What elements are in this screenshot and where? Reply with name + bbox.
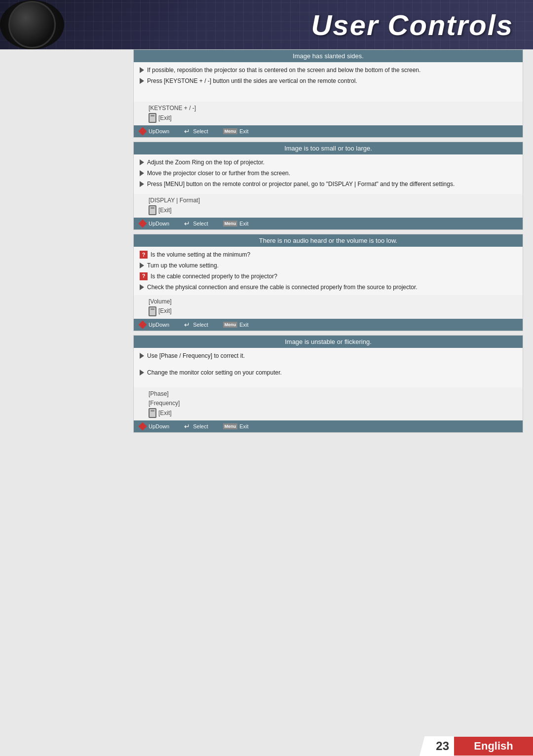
- list-item: If possible, reposition the projector so…: [140, 66, 517, 75]
- arrow-icon: [140, 170, 144, 176]
- section-size-header: Image is too small or too large.: [134, 142, 523, 154]
- menu-label: Menu: [223, 128, 238, 134]
- list-item: Move the projector closer to or further …: [140, 169, 517, 178]
- footer-select: ↵ Select: [184, 127, 208, 135]
- list-item: Use [Phase / Frequency] to correct it.: [140, 352, 517, 360]
- section-slanted-refs: [KEYSTONE + / -] [Exit]: [134, 102, 523, 125]
- section-audio: There is no audio heard or the volume is…: [133, 234, 523, 331]
- footer-updown: UpDown: [140, 128, 169, 134]
- page-title: User Controls: [311, 8, 513, 41]
- remote-icon: [149, 408, 156, 418]
- enter-icon: ↵: [184, 321, 190, 329]
- section-slanted-header: Image has slanted sides.: [134, 50, 523, 62]
- remote-icon: [149, 205, 156, 215]
- footer-exit: Menu Exit: [223, 221, 249, 227]
- section-unstable-footer: UpDown ↵ Select Menu Exit: [134, 420, 523, 432]
- question-icon: ?: [140, 272, 148, 280]
- footer-updown: UpDown: [140, 423, 169, 429]
- list-item: Check the physical connection and ensure…: [140, 283, 517, 292]
- enter-icon: ↵: [184, 220, 190, 227]
- section-unstable-header: Image is unstable or flickering.: [134, 336, 523, 348]
- section-unstable-body: Use [Phase / Frequency] to correct it. C…: [134, 348, 523, 387]
- list-item: Press [MENU] button on the remote contro…: [140, 180, 517, 189]
- remote-icon: [149, 306, 156, 316]
- diamond-icon: [139, 127, 147, 136]
- section-unstable: Image is unstable or flickering. Use [Ph…: [133, 335, 523, 433]
- footer-exit: Menu Exit: [223, 128, 249, 134]
- footer-select: ↵ Select: [184, 422, 208, 430]
- menu-label: Menu: [223, 322, 238, 328]
- arrow-icon: [140, 284, 144, 290]
- menu-label: Menu: [223, 423, 238, 429]
- section-audio-footer: UpDown ↵ Select Menu Exit: [134, 319, 523, 331]
- arrow-icon: [140, 159, 144, 165]
- page-header: User Controls: [0, 0, 533, 49]
- question-icon: ?: [140, 251, 148, 259]
- section-audio-header: There is no audio heard or the volume is…: [134, 234, 523, 247]
- arrow-icon: [140, 67, 144, 73]
- section-unstable-refs: [Phase] [Frequency] [Exit]: [134, 387, 523, 420]
- company-logo: [0, 0, 64, 49]
- footer-select: ↵ Select: [184, 321, 208, 329]
- enter-icon: ↵: [184, 422, 190, 430]
- exit-row: [Exit]: [149, 205, 517, 215]
- diamond-icon: [139, 220, 147, 228]
- section-audio-refs: [Volume] [Exit]: [134, 295, 523, 319]
- exit-row: [Exit]: [149, 113, 517, 123]
- section-size-footer: UpDown ↵ Select Menu Exit: [134, 218, 523, 229]
- section-slanted: Image has slanted sides. If possible, re…: [133, 49, 523, 138]
- page-language: English: [454, 737, 533, 756]
- list-item: ? Is the volume setting at the minimum?: [140, 251, 517, 259]
- exit-row: [Exit]: [149, 408, 517, 418]
- section-slanted-body: If possible, reposition the projector so…: [134, 62, 523, 102]
- footer-exit: Menu Exit: [223, 423, 249, 429]
- main-content: Image has slanted sides. If possible, re…: [133, 49, 523, 726]
- enter-icon: ↵: [184, 127, 190, 135]
- page-number-area: 23 English: [419, 736, 533, 756]
- section-size: Image is too small or too large. Adjust …: [133, 142, 523, 230]
- menu-label: Menu: [223, 221, 238, 227]
- list-item: Press [KEYSTONE + / -] button until the …: [140, 77, 517, 85]
- section-size-refs: [DISPLAY | Format] [Exit]: [134, 194, 523, 218]
- section-slanted-footer: UpDown ↵ Select Menu Exit: [134, 125, 523, 137]
- list-item: ? Is the cable connected properly to the…: [140, 272, 517, 281]
- remote-icon: [149, 113, 156, 123]
- arrow-icon: [140, 353, 144, 359]
- footer-exit: Menu Exit: [223, 322, 249, 328]
- arrow-icon: [140, 78, 144, 84]
- diamond-icon: [139, 320, 147, 329]
- arrow-icon: [140, 263, 144, 268]
- arrow-icon: [140, 370, 144, 376]
- footer-updown: UpDown: [140, 221, 169, 227]
- list-item: Adjust the Zoom Ring on the top of proje…: [140, 158, 517, 167]
- exit-row: [Exit]: [149, 306, 517, 316]
- list-item: Turn up the volume setting.: [140, 262, 517, 270]
- section-audio-body: ? Is the volume setting at the minimum? …: [134, 247, 523, 295]
- footer-select: ↵ Select: [184, 220, 208, 227]
- list-item: Change the monitor color setting on your…: [140, 369, 517, 377]
- footer-updown: UpDown: [140, 322, 169, 328]
- diamond-icon: [139, 422, 147, 431]
- page-number: 23: [419, 736, 454, 756]
- arrow-icon: [140, 181, 144, 187]
- section-size-body: Adjust the Zoom Ring on the top of proje…: [134, 154, 523, 194]
